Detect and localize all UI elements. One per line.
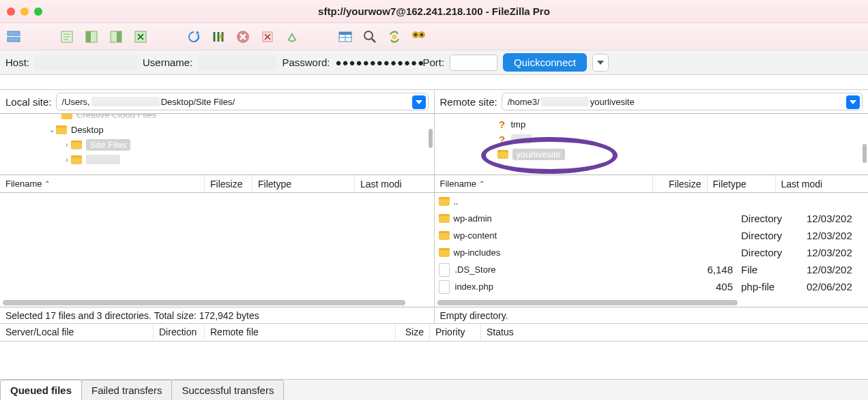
svg-point-25 bbox=[414, 33, 417, 36]
remote-tree[interactable]: ? tmp ? yourlivesite bbox=[435, 114, 869, 175]
scrollbar-thumb[interactable] bbox=[437, 300, 738, 305]
sync-browse-icon[interactable] bbox=[385, 27, 404, 46]
toggle-local-tree-icon[interactable] bbox=[82, 27, 101, 46]
local-path-input[interactable]: /Users, Desktop/Site Files/ bbox=[56, 93, 429, 110]
file-type: Directory bbox=[738, 213, 807, 224]
local-site-label: Local site: bbox=[5, 96, 52, 108]
file-name: .DS_Store bbox=[455, 264, 496, 275]
scrollbar-thumb[interactable] bbox=[429, 129, 433, 148]
password-label: Password: bbox=[282, 57, 330, 68]
file-modified: 12/03/202 bbox=[807, 213, 868, 224]
refresh-icon[interactable] bbox=[184, 27, 203, 46]
remote-path-suffix: yourlivesite bbox=[590, 97, 635, 107]
tree-item-selected[interactable]: yourlivesite bbox=[512, 149, 565, 160]
tab-failed[interactable]: Failed transfers bbox=[81, 380, 172, 400]
toggle-remote-tree-icon[interactable] bbox=[106, 27, 126, 46]
file-modified: 02/06/202 bbox=[807, 281, 868, 292]
col-header-lastmod[interactable]: Last modi bbox=[355, 175, 434, 192]
cancel-icon[interactable] bbox=[233, 27, 252, 46]
local-status: Selected 17 files and 3 directories. Tot… bbox=[0, 307, 435, 323]
table-row[interactable]: index.php405php-file02/06/202 bbox=[435, 278, 869, 295]
table-row[interactable]: wp-adminDirectory12/03/202 bbox=[435, 210, 869, 227]
disconnect-icon[interactable] bbox=[258, 27, 277, 46]
tree-item[interactable]: Creative Cloud Files bbox=[76, 114, 156, 120]
col-header-server[interactable]: Server/Local file bbox=[0, 324, 154, 341]
folder-icon bbox=[439, 248, 450, 257]
svg-rect-0 bbox=[8, 31, 20, 35]
main-toolbar bbox=[0, 23, 868, 50]
chevron-down-icon bbox=[597, 61, 604, 65]
filters-icon[interactable] bbox=[409, 27, 429, 46]
folder-icon bbox=[439, 214, 450, 223]
chevron-right-icon[interactable]: › bbox=[63, 156, 71, 164]
table-row[interactable]: .DS_Store6,148File12/03/202 bbox=[435, 261, 869, 278]
compare-icon[interactable] bbox=[336, 27, 355, 46]
chevron-down-icon[interactable]: ⌄ bbox=[48, 126, 56, 134]
table-row[interactable]: wp-contentDirectory12/03/202 bbox=[435, 227, 869, 244]
transfer-queue[interactable] bbox=[0, 342, 868, 380]
file-name: index.php bbox=[455, 282, 493, 292]
chevron-right-icon[interactable]: › bbox=[63, 141, 71, 149]
col-header-priority[interactable]: Priority bbox=[430, 324, 481, 341]
col-header-direction[interactable]: Direction bbox=[154, 324, 205, 341]
host-input[interactable] bbox=[35, 55, 137, 70]
scrollbar-thumb[interactable] bbox=[863, 144, 867, 163]
svg-line-21 bbox=[372, 39, 375, 42]
local-tree[interactable]: Creative Cloud Files ⌄ Desktop › Site Fi… bbox=[0, 114, 435, 175]
quickconnect-button[interactable]: Quickconnect bbox=[503, 53, 587, 72]
col-header-filetype[interactable]: Filetype bbox=[708, 175, 776, 192]
folder-icon bbox=[71, 155, 82, 164]
file-name: wp-content bbox=[454, 230, 497, 241]
col-header-filename[interactable]: Filename ⌃ bbox=[435, 175, 653, 192]
file-icon bbox=[439, 263, 450, 277]
table-row[interactable]: wp-includesDirectory12/03/202 bbox=[435, 244, 869, 261]
site-manager-icon[interactable] bbox=[4, 27, 23, 46]
file-modified: 12/03/202 bbox=[807, 247, 868, 258]
search-icon[interactable] bbox=[360, 27, 379, 46]
file-size: 405 bbox=[684, 281, 738, 292]
tab-successful[interactable]: Successful transfers bbox=[171, 380, 284, 400]
tab-queued[interactable]: Queued files bbox=[0, 380, 82, 400]
svg-point-20 bbox=[364, 31, 373, 40]
password-input[interactable]: ●●●●●●●●●●●●● bbox=[335, 57, 417, 68]
file-size: 6,148 bbox=[684, 264, 738, 275]
folder-icon bbox=[439, 231, 450, 240]
toggle-log-icon[interactable] bbox=[57, 27, 76, 46]
svg-rect-22 bbox=[392, 35, 396, 39]
col-header-filetype[interactable]: Filetype bbox=[252, 175, 355, 192]
username-input[interactable] bbox=[198, 55, 276, 70]
port-input[interactable] bbox=[450, 55, 497, 71]
svg-rect-1 bbox=[8, 37, 20, 42]
toggle-queue-icon[interactable] bbox=[131, 27, 150, 46]
reconnect-icon[interactable] bbox=[283, 27, 302, 46]
sort-asc-icon: ⌃ bbox=[479, 180, 484, 187]
tree-item-selected[interactable]: Site Files bbox=[86, 139, 130, 151]
svg-rect-7 bbox=[86, 31, 91, 42]
unknown-folder-icon: ? bbox=[497, 134, 507, 145]
table-row[interactable]: .. bbox=[435, 193, 869, 210]
remote-file-list[interactable]: ..wp-adminDirectory12/03/202wp-contentDi… bbox=[435, 193, 869, 307]
window-title: sftp://yourwow7@162.241.218.100 - FileZi… bbox=[0, 5, 868, 17]
username-label: Username: bbox=[143, 57, 192, 68]
col-header-filesize[interactable]: Filesize bbox=[653, 175, 708, 192]
process-queue-icon[interactable] bbox=[209, 27, 228, 46]
redacted-text bbox=[91, 97, 160, 106]
col-header-filename[interactable]: Filename ⌃ bbox=[0, 175, 205, 192]
col-header-size[interactable]: Size bbox=[396, 324, 430, 341]
sort-asc-icon: ⌃ bbox=[44, 180, 50, 187]
dropdown-icon[interactable] bbox=[412, 95, 426, 109]
remote-path-input[interactable]: /home3/ yourlivesite bbox=[502, 93, 863, 110]
quickconnect-dropdown[interactable] bbox=[592, 54, 609, 72]
col-header-lastmod[interactable]: Last modi bbox=[776, 175, 869, 192]
tree-item-desktop[interactable]: Desktop bbox=[71, 125, 104, 135]
svg-rect-17 bbox=[339, 32, 351, 35]
dropdown-icon[interactable] bbox=[846, 95, 860, 109]
folder-icon bbox=[439, 197, 450, 206]
col-header-status[interactable]: Status bbox=[481, 324, 868, 341]
tree-item-tmp[interactable]: tmp bbox=[511, 119, 526, 130]
col-header-filesize[interactable]: Filesize bbox=[205, 175, 252, 192]
message-log bbox=[0, 75, 868, 90]
local-file-list[interactable] bbox=[0, 193, 435, 307]
col-header-remote[interactable]: Remote file bbox=[205, 324, 396, 341]
scrollbar-thumb[interactable] bbox=[3, 300, 405, 305]
